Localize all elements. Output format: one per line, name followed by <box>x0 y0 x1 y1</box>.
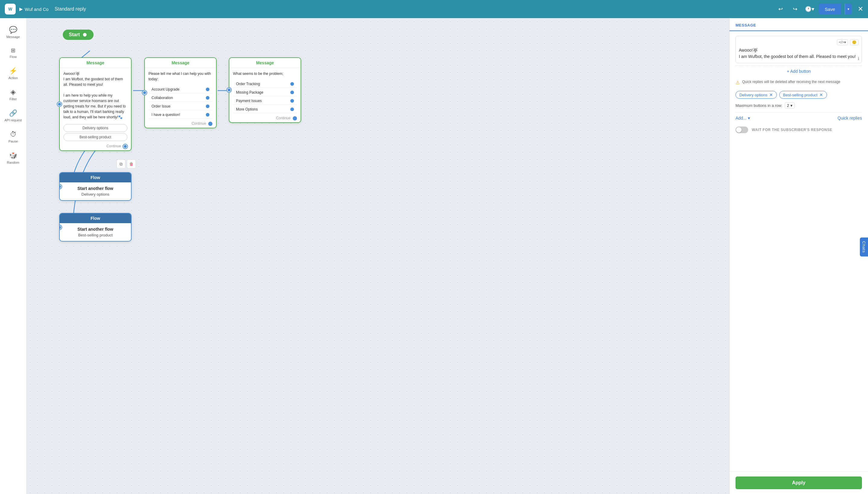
msg3-choice-2[interactable]: Missing Package <box>233 89 297 96</box>
sidebar-item-api-label: API request <box>4 118 22 122</box>
message-editor[interactable]: </>▾ 🙂 Awooo!🐺 I am Wufbot, the goodest … <box>735 36 862 63</box>
wait-subscriber-row: WAIT FOR THE SUBSCRIBER'S RESPONSE <box>735 122 862 138</box>
right-panel-body: </>▾ 🙂 Awooo!🐺 I am Wufbot, the goodest … <box>729 31 868 471</box>
message-text[interactable]: Awooo!🐺 I am Wufbot, the goodest bot of … <box>739 47 859 60</box>
sidebar-item-message-label: Message <box>6 35 20 39</box>
flow1-subtitle: Delivery options <box>63 192 127 196</box>
sidebar-item-filter[interactable]: ◈ Filter <box>2 85 25 104</box>
msg3-choice-4[interactable]: More Options <box>233 106 297 113</box>
msg2-left-connector[interactable] <box>142 91 147 95</box>
sidebar-item-message[interactable]: 💬 Message <box>2 23 25 42</box>
flow-node-1[interactable]: Flow Start another flow Delivery options <box>59 172 132 201</box>
msg1-header: Message <box>60 58 131 68</box>
sidebar-item-random[interactable]: 🎲 Random <box>2 149 25 167</box>
left-sidebar: 💬 Message ⊞ Flow ⚡ Action ◈ Filter 🔗 API… <box>0 18 26 494</box>
qr-tag-bestselling-remove[interactable]: ✕ <box>820 92 823 97</box>
msg2-choice-1[interactable]: Account Upgrade <box>149 86 213 93</box>
sidebar-item-flow[interactable]: ⊞ Flow <box>2 44 25 62</box>
redo-button[interactable]: ↪ <box>790 4 801 15</box>
sidebar-item-flow-label: Flow <box>9 55 17 59</box>
undo-button[interactable]: ↩ <box>775 4 786 15</box>
flow1-header: Flow <box>60 173 131 183</box>
add-dropdown-label: Add... <box>735 116 747 120</box>
start-label: Start <box>69 32 80 37</box>
logo-text: W <box>8 7 12 12</box>
toggle-knob <box>736 127 742 133</box>
start-dot <box>82 32 87 37</box>
message-node-3[interactable]: Message What seems to be the problem; Or… <box>229 57 301 123</box>
copy-node-button[interactable]: ⧉ <box>117 159 125 169</box>
brand-arrow-icon: ▶ <box>19 6 23 12</box>
close-button[interactable]: ✕ <box>858 5 863 13</box>
brand-name: Wuf and Co <box>25 7 48 12</box>
qr-tag-delivery-remove[interactable]: ✕ <box>769 92 773 97</box>
flow2-title: Start another flow <box>63 227 127 232</box>
flow-name: Standard reply <box>55 6 86 12</box>
msg3-body: What seems to be the problem; <box>229 68 301 79</box>
add-button-row[interactable]: + Add button <box>735 65 862 77</box>
random-icon: 🎲 <box>9 152 17 159</box>
qr-tag-bestselling[interactable]: Best-selling product ✕ <box>779 91 827 99</box>
max-buttons-label: Maximum buttons in a row: <box>735 103 782 108</box>
sidebar-item-action-label: Action <box>8 76 18 80</box>
msg1-body: Awooo!🐺 I am Wufbot, the goodest bot of … <box>60 68 131 123</box>
msg2-body: Please tell me what I can help you with … <box>145 68 216 85</box>
emoji-button[interactable]: 🙂 <box>850 39 859 45</box>
filter-icon: ◈ <box>11 88 16 96</box>
add-button-label: + Add button <box>787 69 811 74</box>
warning-icon: ⚠ <box>735 80 740 86</box>
wait-toggle[interactable] <box>735 127 748 133</box>
msg1-btn-bestselling[interactable]: Best-selling product <box>63 133 127 141</box>
quick-replies-button[interactable]: Quick replies <box>837 116 862 120</box>
connections-svg <box>26 18 729 494</box>
message-node-2[interactable]: Message Please tell me what I can help y… <box>144 57 217 128</box>
msg2-choice-3[interactable]: Order Issue <box>149 103 213 110</box>
sidebar-item-pause[interactable]: ⏱ Pause <box>2 128 25 146</box>
action-icon: ⚡ <box>9 67 17 75</box>
header: W ▶ Wuf and Co Standard reply ↩ ↪ 🕐▾ Sav… <box>0 0 868 18</box>
sidebar-item-api-request[interactable]: 🔗 API request <box>2 106 25 125</box>
flow1-body: Start another flow Delivery options <box>60 183 131 200</box>
msg3-left-connector[interactable] <box>227 88 231 92</box>
flow2-body: Start another flow Best-selling product <box>60 223 131 241</box>
flow-icon: ⊞ <box>11 47 15 54</box>
main-layout: 💬 Message ⊞ Flow ⚡ Action ◈ Filter 🔗 API… <box>0 18 868 494</box>
right-panel: MESSAGE </>▾ 🙂 Awooo!🐺 I am Wufbot, the … <box>729 18 868 494</box>
sidebar-item-filter-label: Filter <box>9 97 17 101</box>
msg2-choice-2[interactable]: Collaboration <box>149 94 213 102</box>
msg1-btn-delivery[interactable]: Delivery options <box>63 124 127 132</box>
chats-tab[interactable]: Chats <box>860 238 868 256</box>
wait-label: WAIT FOR THE SUBSCRIBER'S RESPONSE <box>752 128 832 132</box>
msg3-choice-1[interactable]: Order Tracking <box>233 80 297 88</box>
canvas[interactable]: Start Message Awooo!🐺 I am Wufbot, the g… <box>26 18 729 494</box>
flow2-subtitle: Best-selling product <box>63 233 127 238</box>
message-node-1[interactable]: Message Awooo!🐺 I am Wufbot, the goodest… <box>59 57 132 151</box>
qr-tag-delivery-label: Delivery options <box>739 93 768 97</box>
start-node: Start <box>63 30 94 40</box>
warning-text: Quick replies will be deleted after rece… <box>742 80 841 84</box>
apply-button[interactable]: Apply <box>735 476 862 489</box>
api-icon: 🔗 <box>9 109 17 117</box>
warning-row: ⚠ Quick replies will be deleted after re… <box>735 77 862 89</box>
brand: ▶ Wuf and Co <box>19 6 48 12</box>
flow-node-2[interactable]: Flow Start another flow Best-selling pro… <box>59 213 132 242</box>
max-buttons-chevron: ▾ <box>790 103 792 108</box>
add-dropdown[interactable]: Add... ▾ <box>735 116 750 120</box>
msg1-continue: Continue <box>60 142 131 150</box>
msg3-choice-3[interactable]: Payment Issues <box>233 97 297 105</box>
logo: W <box>5 4 16 15</box>
msg2-choice-4[interactable]: I have a question! <box>149 111 213 119</box>
save-dropdown-button[interactable]: ▾ <box>845 4 852 15</box>
history-button[interactable]: 🕐▾ <box>804 4 815 15</box>
flow2-header: Flow <box>60 213 131 223</box>
max-buttons-select[interactable]: 2 ▾ <box>785 102 794 109</box>
sidebar-item-random-label: Random <box>7 160 20 164</box>
save-button[interactable]: Save <box>819 4 841 15</box>
sidebar-item-action[interactable]: ⚡ Action <box>2 64 25 83</box>
msg1-left-connector[interactable] <box>57 102 62 106</box>
msg2-continue: Continue <box>145 119 216 128</box>
delete-node-button[interactable]: 🗑 <box>127 159 136 169</box>
qr-tag-delivery[interactable]: Delivery options ✕ <box>735 91 777 99</box>
message-editor-toolbar: </>▾ 🙂 <box>739 39 859 45</box>
code-view-button[interactable]: </>▾ <box>837 39 848 45</box>
